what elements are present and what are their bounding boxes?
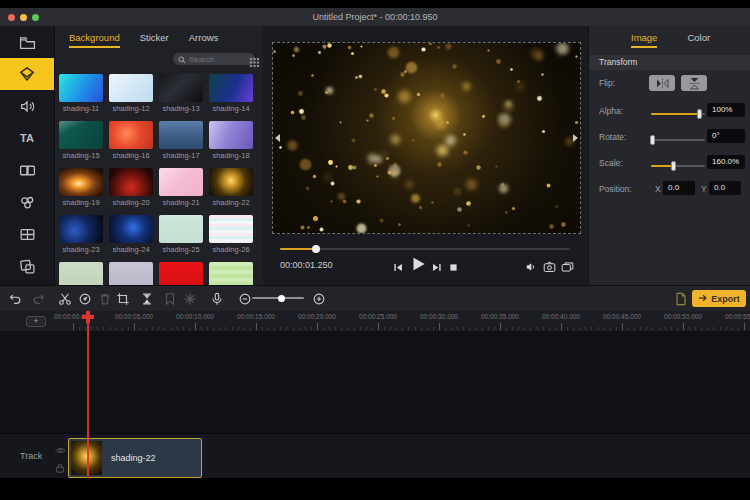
next-frame-button[interactable] xyxy=(431,259,442,277)
alpha-slider[interactable] xyxy=(651,110,705,120)
library-item[interactable] xyxy=(159,262,203,285)
play-button[interactable] xyxy=(409,255,427,277)
timeline-zoom-slider[interactable] xyxy=(252,294,304,304)
previous-frame-button[interactable] xyxy=(393,259,404,277)
tab-sticker[interactable]: Sticker xyxy=(140,32,169,48)
library-item[interactable]: shading-22 xyxy=(209,168,253,212)
library-item-thumbnail[interactable] xyxy=(59,168,103,196)
volume-icon[interactable] xyxy=(525,259,537,277)
library-item[interactable]: shading-16 xyxy=(109,121,153,165)
library-item-thumbnail[interactable] xyxy=(109,121,153,149)
library-item[interactable]: shading-20 xyxy=(109,168,153,212)
library-item-thumbnail[interactable] xyxy=(59,215,103,243)
alpha-value[interactable]: 100% xyxy=(707,103,745,117)
crop-icon[interactable] xyxy=(116,292,130,310)
position-x-value[interactable]: 0.0 xyxy=(663,181,695,195)
timeline-tracks-area[interactable]: Track shading-22 xyxy=(0,331,750,478)
video-track-row[interactable]: Track shading-22 xyxy=(0,433,750,478)
scale-slider-knob[interactable] xyxy=(671,161,676,171)
snapshot-icon[interactable] xyxy=(543,259,556,277)
library-item-thumbnail[interactable] xyxy=(159,262,203,285)
library-item-thumbnail[interactable] xyxy=(59,262,103,285)
transform-section-header[interactable]: Transform xyxy=(589,55,750,70)
add-track-button[interactable]: + xyxy=(26,316,46,327)
track-visibility-icon[interactable] xyxy=(55,441,66,459)
speed-icon[interactable] xyxy=(78,292,92,310)
library-item-thumbnail[interactable] xyxy=(159,168,203,196)
library-item[interactable]: shading-26 xyxy=(209,215,253,259)
sidebar-item-split-screen[interactable] xyxy=(0,218,54,250)
library-item[interactable]: shading-18 xyxy=(209,121,253,165)
fullscreen-icon[interactable] xyxy=(561,259,574,277)
scale-value[interactable]: 160.0% xyxy=(707,155,745,169)
duration-icon[interactable] xyxy=(140,292,154,310)
library-item[interactable]: shading-19 xyxy=(59,168,103,212)
seek-bar[interactable] xyxy=(280,245,570,253)
position-y-value[interactable]: 0.0 xyxy=(709,181,741,195)
sidebar-item-transitions[interactable] xyxy=(0,154,54,186)
library-item-thumbnail[interactable] xyxy=(109,168,153,196)
library-item[interactable]: shading-14 xyxy=(209,74,253,118)
delete-icon[interactable] xyxy=(98,292,112,310)
library-item[interactable]: shading-13 xyxy=(159,74,203,118)
redo-icon[interactable] xyxy=(32,292,46,310)
library-item[interactable]: shading-11 xyxy=(59,74,103,118)
library-item-thumbnail[interactable] xyxy=(159,74,203,102)
search-input[interactable] xyxy=(189,55,250,64)
undo-icon[interactable] xyxy=(8,292,22,310)
cut-icon[interactable] xyxy=(58,292,72,310)
flip-vertical-button[interactable] xyxy=(681,75,707,91)
marker-icon[interactable] xyxy=(163,292,177,310)
zoom-in-icon[interactable] xyxy=(312,292,326,310)
library-item-thumbnail[interactable] xyxy=(209,121,253,149)
library-item[interactable]: shading-24 xyxy=(109,215,153,259)
library-item[interactable]: shading-12 xyxy=(109,74,153,118)
library-item[interactable]: shading-23 xyxy=(59,215,103,259)
library-item[interactable] xyxy=(209,262,253,285)
timeline-zoom-knob[interactable] xyxy=(278,295,285,302)
sidebar-item-effects[interactable] xyxy=(0,186,54,218)
library-item-thumbnail[interactable] xyxy=(209,262,253,285)
minimize-button[interactable] xyxy=(20,14,27,21)
scale-slider[interactable] xyxy=(651,162,705,172)
alpha-slider-knob[interactable] xyxy=(697,109,702,119)
library-item-thumbnail[interactable] xyxy=(159,215,203,243)
library-item[interactable] xyxy=(109,262,153,285)
search-box[interactable] xyxy=(173,53,255,65)
freeze-frame-icon[interactable] xyxy=(183,292,197,310)
sidebar-item-titles[interactable]: TA xyxy=(0,122,54,154)
library-item-thumbnail[interactable] xyxy=(209,74,253,102)
flip-horizontal-button[interactable] xyxy=(649,75,675,91)
timeline-ruler[interactable]: + 00:00:00.00000:00:05.00000:00:10.00000… xyxy=(0,311,750,331)
record-voiceover-icon[interactable] xyxy=(210,292,224,310)
project-file-icon[interactable] xyxy=(674,292,688,310)
library-item[interactable]: shading-25 xyxy=(159,215,203,259)
tab-color[interactable]: Color xyxy=(687,32,710,48)
sidebar-item-media[interactable] xyxy=(0,26,54,58)
rotate-slider[interactable] xyxy=(651,136,705,146)
rotate-value[interactable]: 0° xyxy=(707,129,745,143)
library-item-thumbnail[interactable] xyxy=(109,262,153,285)
library-item-thumbnail[interactable] xyxy=(109,74,153,102)
tab-background[interactable]: Background xyxy=(69,32,120,48)
resize-handle-right[interactable] xyxy=(573,134,578,142)
resize-handle-left[interactable] xyxy=(275,134,280,142)
library-item-thumbnail[interactable] xyxy=(109,215,153,243)
library-item-thumbnail[interactable] xyxy=(209,168,253,196)
library-item[interactable]: shading-15 xyxy=(59,121,103,165)
sidebar-item-audio[interactable] xyxy=(0,90,54,122)
view-options-icon[interactable] xyxy=(249,54,260,72)
preview-video[interactable] xyxy=(272,42,581,234)
library-item-thumbnail[interactable] xyxy=(159,121,203,149)
library-item-thumbnail[interactable] xyxy=(59,74,103,102)
close-button[interactable] xyxy=(8,14,15,21)
stop-button[interactable] xyxy=(448,259,459,277)
library-item-thumbnail[interactable] xyxy=(59,121,103,149)
sidebar-item-pip[interactable] xyxy=(0,250,54,282)
library-item[interactable] xyxy=(59,262,103,285)
library-item[interactable]: shading-21 xyxy=(159,168,203,212)
library-item-thumbnail[interactable] xyxy=(209,215,253,243)
export-button[interactable]: Export xyxy=(692,290,746,307)
library-item[interactable]: shading-17 xyxy=(159,121,203,165)
tab-image[interactable]: Image xyxy=(631,32,657,48)
